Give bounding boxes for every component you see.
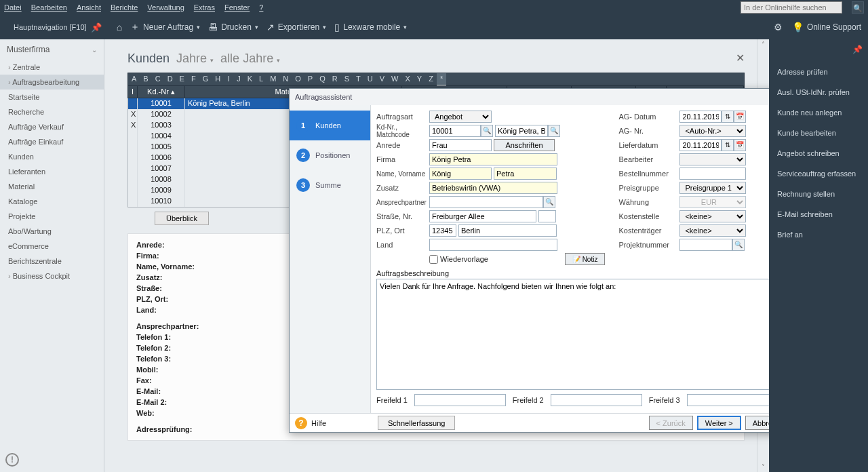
strasse-input[interactable] xyxy=(429,210,536,222)
col-kdnr[interactable]: Kd.-Nr ▴ xyxy=(138,86,185,98)
sidebar-item-abo[interactable]: Abo/Wartung xyxy=(0,224,104,239)
menu-help[interactable]: ? xyxy=(259,3,263,12)
sidebar-item-berichtszentrale[interactable]: Berichtszentrale xyxy=(0,254,104,269)
alpha-Y[interactable]: Y xyxy=(414,73,425,85)
action-kunde-bearbeiten[interactable]: Kunde bearbeiten xyxy=(773,126,864,140)
wizard-step-kunden[interactable]: 1Kunden xyxy=(290,111,370,140)
alpha-B[interactable]: B xyxy=(140,73,151,85)
vorname-input[interactable] xyxy=(494,168,557,180)
matchcode-search-icon[interactable]: 🔍 xyxy=(548,125,560,137)
projektnr-search-icon[interactable]: 🔍 xyxy=(732,239,745,251)
lieferdatum-input[interactable] xyxy=(679,139,722,151)
alpha-G[interactable]: G xyxy=(199,73,212,85)
alpha-J[interactable]: J xyxy=(233,73,244,85)
lieferdatum-calendar-icon[interactable]: 📅 xyxy=(734,139,746,151)
alpha-Z[interactable]: Z xyxy=(425,73,437,85)
online-support-button[interactable]: 💡Online Support xyxy=(792,22,861,33)
kdnr-search-icon[interactable]: 🔍 xyxy=(481,125,493,137)
menu-fenster[interactable]: Fenster xyxy=(224,3,250,12)
action-rechnung[interactable]: Rechnung stellen xyxy=(773,187,864,201)
anrede-input[interactable] xyxy=(429,139,492,151)
help-search-button[interactable]: 🔍 xyxy=(852,1,864,14)
menu-verwaltung[interactable]: Verwaltung xyxy=(147,3,184,12)
sidebar-item-projekte[interactable]: Projekte xyxy=(0,209,104,224)
alpha-Q[interactable]: Q xyxy=(316,73,329,85)
alpha-X[interactable]: X xyxy=(401,73,413,85)
alpha-N[interactable]: N xyxy=(279,73,292,85)
alpha-P[interactable]: P xyxy=(304,73,316,85)
projektnr-input[interactable] xyxy=(679,239,732,251)
home-button[interactable]: ⌂ xyxy=(117,22,122,33)
overview-button[interactable]: Überblick xyxy=(155,212,209,225)
hilfe-link[interactable]: Hilfe xyxy=(311,419,326,427)
freifeld1-input[interactable] xyxy=(414,394,506,406)
help-search-input[interactable] xyxy=(741,1,842,14)
wizard-step-positionen[interactable]: 2Positionen xyxy=(290,140,370,170)
ansprechpartner-search-icon[interactable]: 🔍 xyxy=(543,196,555,208)
auftragsart-select[interactable]: Angebot xyxy=(429,111,492,123)
menu-datei[interactable]: Datei xyxy=(4,3,22,12)
page-close-button[interactable]: ✕ xyxy=(736,52,745,64)
freifeld3-input[interactable] xyxy=(687,394,778,406)
preisgruppe-select[interactable]: Preisgruppe 1 xyxy=(679,182,746,194)
action-ustid-pruefen[interactable]: Ausl. USt-IdNr. prüfen xyxy=(773,85,864,99)
alpha-V[interactable]: V xyxy=(376,73,388,85)
alpha-S[interactable]: S xyxy=(341,73,353,85)
alpha-A[interactable]: A xyxy=(128,73,140,85)
menu-berichte[interactable]: Berichte xyxy=(111,3,138,12)
sidebar-item-ecommerce[interactable]: eCommerce xyxy=(0,239,104,254)
alpha-M[interactable]: M xyxy=(267,73,279,85)
hauptnavigation-toggle[interactable]: Hauptnavigation [F10] 📌 xyxy=(7,15,108,39)
sidebar-item-auftraege-einkauf[interactable]: Aufträge Einkauf xyxy=(0,134,104,149)
gear-icon[interactable]: ⚙ xyxy=(774,22,783,33)
ort-input[interactable] xyxy=(458,224,557,237)
kostentraeger-select[interactable]: <keine> xyxy=(679,224,746,237)
sidebar-item-kunden[interactable]: Kunden xyxy=(0,149,104,164)
matchcode-input[interactable] xyxy=(495,125,548,137)
action-kunde-neu[interactable]: Kunde neu anlegen xyxy=(773,106,864,119)
anschriften-button[interactable]: Anschriften xyxy=(494,139,555,151)
freifeld2-input[interactable] xyxy=(551,394,642,406)
firma-input[interactable] xyxy=(429,153,557,165)
scroll-down-icon[interactable]: ˅ xyxy=(762,462,765,472)
alpha-U[interactable]: U xyxy=(364,73,376,85)
bearbeiter-select[interactable] xyxy=(679,153,746,165)
alpha-*[interactable]: * xyxy=(437,73,446,85)
alpha-E[interactable]: E xyxy=(176,73,188,85)
sidebar-item-material[interactable]: Material xyxy=(0,179,104,194)
alpha-T[interactable]: T xyxy=(353,73,364,85)
agnr-select[interactable]: <Auto-Nr.> xyxy=(679,125,746,137)
auftragsbeschreibung-textarea[interactable]: Vielen Dank für Ihre Anfrage. Nachfolgen… xyxy=(376,279,780,390)
alert-icon[interactable]: ! xyxy=(5,453,19,467)
action-adresse-pruefen[interactable]: Adresse prüfen xyxy=(773,65,864,79)
col-inactive[interactable]: I xyxy=(128,86,138,98)
alpha-W[interactable]: W xyxy=(388,73,401,85)
wiedervorlage-checkbox[interactable] xyxy=(429,255,438,264)
sidebar-item-recherche[interactable]: Recherche xyxy=(0,104,104,119)
action-brief[interactable]: Brief an xyxy=(773,228,864,241)
alpha-C[interactable]: C xyxy=(152,73,164,85)
kdnr-input[interactable] xyxy=(429,125,481,137)
sidebar-item-lieferanten[interactable]: Lieferanten xyxy=(0,164,104,179)
sidebar-item-startseite[interactable]: Startseite xyxy=(0,90,104,104)
scroll-up-icon[interactable]: ˄ xyxy=(762,39,765,50)
alpha-D[interactable]: D xyxy=(164,73,176,85)
bestellnr-input[interactable] xyxy=(679,168,746,180)
menu-bearbeiten[interactable]: Bearbeiten xyxy=(31,3,67,12)
alpha-K[interactable]: K xyxy=(244,73,256,85)
action-angebot[interactable]: Angebot schreiben xyxy=(773,146,864,160)
filter-alle-jahre[interactable]: alle Jahre ▾ xyxy=(220,52,280,66)
alpha-O[interactable]: O xyxy=(292,73,304,85)
filter-jahre[interactable]: Jahre ▾ xyxy=(176,52,214,66)
lexware-mobile-button[interactable]: ▯Lexware mobile▾ xyxy=(334,22,407,33)
wizard-step-summe[interactable]: 3Summe xyxy=(290,170,370,200)
name-input[interactable] xyxy=(429,168,492,180)
alpha-F[interactable]: F xyxy=(188,73,199,85)
plz-input[interactable] xyxy=(429,224,456,237)
sidebar-item-kataloge[interactable]: Kataloge xyxy=(0,194,104,209)
schnellerfassung-button[interactable]: Schnellerfassung xyxy=(378,416,455,430)
alpha-L[interactable]: L xyxy=(256,73,267,85)
alpha-R[interactable]: R xyxy=(329,73,341,85)
zusatz-input[interactable] xyxy=(429,182,557,194)
action-email[interactable]: E-Mail schreiben xyxy=(773,208,864,221)
